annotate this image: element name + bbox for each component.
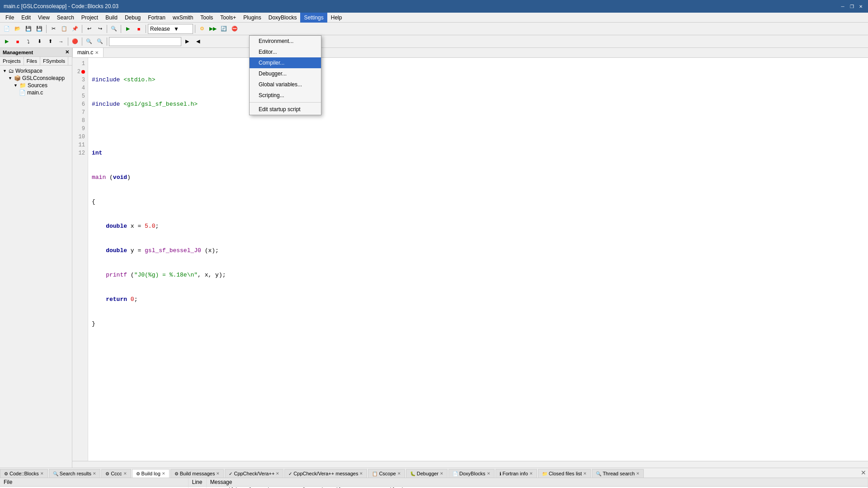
- next-btn[interactable]: →: [56, 37, 66, 47]
- debug-start-btn[interactable]: ▶: [2, 37, 12, 47]
- tab-thread-search[interactable]: 🔍 Thread search ✕: [592, 469, 644, 478]
- menu-view[interactable]: View: [34, 13, 53, 23]
- build-config-label: Release: [150, 26, 170, 32]
- cut-btn[interactable]: ✂: [48, 24, 58, 34]
- cppcheck-msgs-tab-close[interactable]: ✕: [359, 471, 363, 476]
- menu-edit[interactable]: Edit: [18, 13, 34, 23]
- code-editor[interactable]: 1 2 3 4 5 6 7 8 9 10 11 12 #include <std…: [72, 58, 868, 461]
- zoom-out-btn[interactable]: 🔍: [95, 37, 105, 47]
- bottom-panel-close[interactable]: ✕: [861, 469, 866, 476]
- menu-plugins[interactable]: Plugins: [240, 13, 264, 23]
- workspace-label: Workspace: [15, 68, 42, 74]
- minimize-button[interactable]: ─: [839, 3, 846, 10]
- tab-build-log[interactable]: ⚙ Build log ✕: [132, 469, 170, 478]
- line-4: 4: [72, 84, 88, 92]
- stop-build-btn[interactable]: ⛔: [230, 24, 240, 34]
- closed-files-tab-close[interactable]: ✕: [583, 471, 587, 476]
- debugger-tab-close[interactable]: ✕: [440, 471, 443, 476]
- menu-fortran[interactable]: Fortran: [144, 13, 169, 23]
- tab-cccc[interactable]: ⚙ Cccc ✕: [101, 469, 131, 478]
- tab-files[interactable]: Files: [24, 57, 40, 65]
- search-tab-close[interactable]: ✕: [93, 471, 96, 476]
- tab-fortran-info[interactable]: ℹ Fortran info ✕: [495, 469, 537, 478]
- menu-file[interactable]: File: [2, 13, 18, 23]
- menu-debug[interactable]: Debug: [121, 13, 144, 23]
- build-btn[interactable]: ⚙: [197, 24, 207, 34]
- tab-debugger[interactable]: 🐛 Debugger ✕: [406, 469, 448, 478]
- zoom-in-btn[interactable]: 🔍: [84, 37, 94, 47]
- run-btn[interactable]: ▶: [123, 24, 133, 34]
- tree-workspace[interactable]: ▼ 🗂 Workspace: [2, 67, 70, 75]
- rebuild-btn[interactable]: 🔄: [219, 24, 229, 34]
- step-out-btn[interactable]: ⬆: [45, 37, 55, 47]
- save-btn[interactable]: 💾: [24, 24, 33, 34]
- menu-global-variables[interactable]: Global variables...: [250, 79, 321, 90]
- tab-closed-files[interactable]: 📁 Closed files list ✕: [538, 469, 591, 478]
- menu-edit-startup-script[interactable]: Edit startup script: [250, 104, 321, 115]
- tab-build-messages[interactable]: ⚙ Build messages ✕: [170, 469, 224, 478]
- code-content[interactable]: #include <stdio.h> #include <gsl/gsl_sf_…: [88, 58, 868, 461]
- menu-search[interactable]: Search: [53, 13, 78, 23]
- tab-cscope[interactable]: 📋 Cscope ✕: [368, 469, 405, 478]
- tab-cppcheck-msgs[interactable]: ✓ CppCheck/Vera++ messages ✕: [284, 469, 367, 478]
- tab-cppcheck[interactable]: ✓ CppCheck/Vera++ ✕: [225, 469, 283, 478]
- thread-search-tab-close[interactable]: ✕: [636, 471, 640, 476]
- fortran-info-tab-close[interactable]: ✕: [529, 471, 533, 476]
- open-btn[interactable]: 📂: [13, 24, 23, 34]
- tree-main-c[interactable]: 📄 main.c: [18, 89, 70, 96]
- menu-debugger[interactable]: Debugger...: [250, 68, 321, 79]
- step-in-btn[interactable]: ⬇: [34, 37, 44, 47]
- menu-tools[interactable]: Tools: [197, 13, 217, 23]
- tab-main-c[interactable]: main.c ✕: [72, 48, 104, 57]
- redo-btn[interactable]: ↪: [95, 24, 105, 34]
- stop-btn[interactable]: ■: [134, 24, 144, 34]
- bottom-content: File Line Message --- Build: Release in …: [0, 478, 868, 488]
- menu-doxyblocks[interactable]: DoxyBlocks: [265, 13, 301, 23]
- tree-sources[interactable]: ▼ 📁 Sources: [13, 82, 70, 89]
- menu-wxsmith[interactable]: wxSmith: [169, 13, 197, 23]
- tab-search-results[interactable]: 🔍 Search results ✕: [49, 469, 100, 478]
- menu-environment[interactable]: Environment...: [250, 36, 321, 47]
- menu-build[interactable]: Build: [102, 13, 121, 23]
- menu-settings[interactable]: Settings: [300, 13, 327, 23]
- paste-btn[interactable]: 📌: [70, 24, 80, 34]
- new-btn[interactable]: 📄: [2, 24, 12, 34]
- tab-close-icon[interactable]: ✕: [95, 50, 99, 55]
- tab-doxyblocks[interactable]: 📄 DoxyBlocks ✕: [448, 469, 494, 478]
- debug-stop-btn[interactable]: ■: [13, 37, 23, 47]
- sep4: [121, 25, 121, 33]
- menu-scripting[interactable]: Scripting...: [250, 90, 321, 101]
- doxyblocks-tab-close[interactable]: ✕: [487, 471, 491, 476]
- codeblocks-tab-close[interactable]: ✕: [40, 471, 44, 476]
- tab-fsymbols[interactable]: FSymbols: [40, 57, 68, 65]
- build-messages-tab-close[interactable]: ✕: [216, 471, 220, 476]
- search-forward-btn[interactable]: ▶: [182, 37, 192, 47]
- cccc-tab-close[interactable]: ✕: [123, 471, 127, 476]
- search-input[interactable]: [109, 37, 181, 46]
- menu-tools-plus[interactable]: Tools+: [217, 13, 240, 23]
- restore-button[interactable]: ❐: [848, 3, 855, 10]
- search-back-btn[interactable]: ◀: [193, 37, 203, 47]
- copy-btn[interactable]: 📋: [59, 24, 69, 34]
- tab-codeblocks[interactable]: ⚙ Code::Blocks ✕: [0, 469, 48, 478]
- build-log-tab-close[interactable]: ✕: [162, 471, 165, 476]
- cppcheck-tab-close[interactable]: ✕: [276, 471, 279, 476]
- find-btn[interactable]: 🔍: [109, 24, 119, 34]
- save-all-btn[interactable]: 💾: [34, 24, 44, 34]
- build-config-dropdown[interactable]: Release ▼: [148, 24, 193, 34]
- horizontal-scrollbar[interactable]: [72, 461, 868, 468]
- breakpoint-btn[interactable]: 🔴: [70, 37, 80, 47]
- tree-project[interactable]: ▼ 📦 GSLCconsoleapp: [7, 75, 70, 82]
- close-button[interactable]: ✕: [857, 3, 864, 10]
- menu-project[interactable]: Project: [78, 13, 102, 23]
- step-over-btn[interactable]: ⤵: [24, 37, 33, 47]
- menu-help[interactable]: Help: [327, 13, 346, 23]
- undo-btn[interactable]: ↩: [84, 24, 94, 34]
- compile-run-btn[interactable]: ▶▶: [208, 24, 218, 34]
- col-file: File: [0, 478, 188, 487]
- tab-projects[interactable]: Projects: [0, 57, 24, 65]
- menu-compiler[interactable]: Compiler...: [250, 57, 321, 68]
- menu-editor[interactable]: Editor...: [250, 47, 321, 57]
- management-close[interactable]: ✕: [65, 49, 69, 55]
- cscope-tab-close[interactable]: ✕: [397, 471, 401, 476]
